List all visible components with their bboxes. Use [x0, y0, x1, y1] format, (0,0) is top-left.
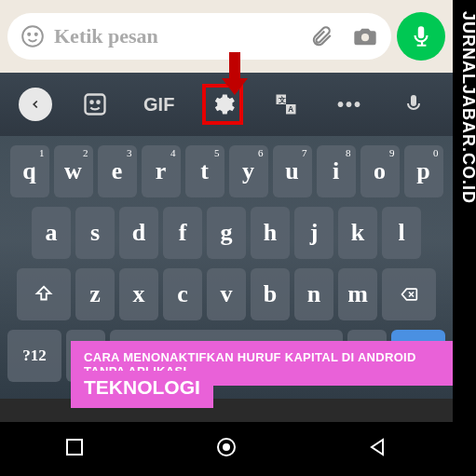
key-h[interactable]: h [251, 207, 290, 259]
message-input[interactable]: Ketik pesan [7, 13, 391, 60]
key-k[interactable]: k [338, 207, 377, 259]
key-i[interactable]: i8 [317, 145, 356, 197]
svg-point-0 [22, 26, 43, 47]
sticker-icon[interactable] [75, 84, 116, 125]
key-d[interactable]: d [119, 207, 158, 259]
key-p[interactable]: p0 [404, 145, 443, 197]
key-s[interactable]: s [75, 207, 115, 259]
article-category: TEKNOLOGI [71, 371, 213, 408]
svg-text:文: 文 [278, 96, 286, 104]
svg-rect-4 [86, 95, 105, 115]
key-l[interactable]: l [382, 207, 421, 259]
key-o[interactable]: o9 [360, 145, 400, 197]
phone-screen: Ketik pesan GIF 文A ••• [0, 0, 453, 476]
svg-point-2 [35, 34, 37, 35]
backspace-key[interactable] [382, 268, 436, 320]
shift-key[interactable] [17, 268, 71, 320]
message-placeholder: Ketik pesan [54, 24, 158, 48]
attach-icon[interactable] [309, 24, 333, 48]
home-button[interactable] [214, 435, 238, 463]
voice-message-button[interactable] [397, 12, 445, 61]
key-x[interactable]: x [119, 268, 158, 320]
watermark: JURNALJABAR.CO.ID [458, 11, 476, 204]
keyboard-row-2: asdfghjkl [4, 207, 449, 259]
svg-rect-9 [67, 440, 82, 455]
android-navbar [0, 422, 453, 476]
back-button[interactable] [368, 437, 388, 461]
key-a[interactable]: a [32, 207, 71, 259]
overview-button[interactable] [64, 437, 85, 461]
voice-input-icon[interactable] [393, 84, 434, 125]
key-q[interactable]: q1 [10, 145, 49, 197]
svg-point-5 [91, 102, 93, 103]
key-w[interactable]: w2 [54, 145, 93, 197]
emoji-icon[interactable] [20, 24, 45, 48]
key-n[interactable]: n [294, 268, 333, 320]
key-f[interactable]: f [163, 207, 202, 259]
symbols-key[interactable]: ?12 [7, 330, 61, 382]
svg-point-1 [28, 34, 30, 35]
pointer-arrow-icon [216, 50, 253, 97]
keyboard-toolbar: GIF 文A ••• [0, 73, 453, 136]
key-e[interactable]: e3 [98, 145, 137, 197]
camera-icon[interactable] [352, 23, 378, 49]
translate-icon[interactable]: 文A [265, 84, 306, 125]
keyboard-row-1: q1w2e3r4t5y6u7i8o9p0 [4, 145, 449, 197]
gif-button[interactable]: GIF [139, 84, 180, 125]
keyboard-row-3: zxcvbnm [4, 268, 449, 320]
key-v[interactable]: v [207, 268, 246, 320]
key-j[interactable]: j [294, 207, 333, 259]
key-u[interactable]: u7 [273, 145, 312, 197]
key-c[interactable]: c [163, 268, 202, 320]
svg-point-6 [98, 102, 100, 103]
keyboard-back-button[interactable] [19, 88, 52, 121]
key-t[interactable]: t5 [185, 145, 224, 197]
key-b[interactable]: b [251, 268, 290, 320]
svg-point-11 [223, 443, 230, 451]
svg-point-3 [361, 34, 369, 41]
key-m[interactable]: m [338, 268, 377, 320]
more-icon[interactable]: ••• [330, 84, 371, 125]
key-z[interactable]: z [75, 268, 115, 320]
key-g[interactable]: g [207, 207, 246, 259]
svg-text:A: A [289, 105, 294, 114]
key-r[interactable]: r4 [142, 145, 181, 197]
key-y[interactable]: y6 [229, 145, 268, 197]
